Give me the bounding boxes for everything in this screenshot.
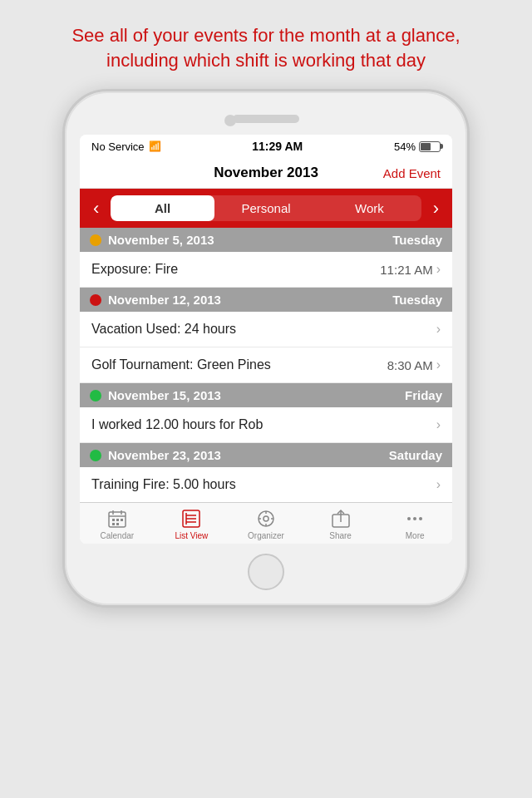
tab-share[interactable]: Share bbox=[303, 508, 378, 540]
event-golf[interactable]: Golf Tournament: Green Pines 8:30 AM › bbox=[80, 347, 452, 383]
tab-more[interactable]: More bbox=[377, 508, 452, 540]
weekday-nov12: Tuesday bbox=[392, 293, 442, 307]
tab-organizer-label: Organizer bbox=[248, 531, 284, 540]
date-label-nov23: November 23, 2013 bbox=[108, 448, 382, 462]
tab-bar: Calendar List View bbox=[80, 502, 452, 544]
svg-point-24 bbox=[419, 517, 422, 520]
tab-more-label: More bbox=[406, 531, 425, 540]
phone-speaker bbox=[233, 115, 299, 123]
list-view-icon bbox=[180, 508, 202, 530]
dot-nov12 bbox=[90, 294, 101, 306]
tab-list-view-label: List View bbox=[175, 531, 208, 540]
event-title-golf: Golf Tournament: Green Pines bbox=[91, 357, 387, 372]
svg-rect-7 bbox=[112, 523, 115, 525]
dot-nov15 bbox=[90, 390, 101, 401]
phone-frame: No Service 📶 11:29 AM 54% November 2013 … bbox=[62, 89, 470, 608]
event-title-training: Training Fire: 5.00 hours bbox=[91, 477, 433, 492]
svg-rect-5 bbox=[116, 519, 119, 521]
chevron-icon-golf: › bbox=[436, 357, 441, 372]
chevron-icon-vacation: › bbox=[436, 322, 441, 337]
add-event-button[interactable]: Add Event bbox=[383, 166, 441, 180]
month-nav-bar: ‹ All Personal Work › bbox=[80, 189, 452, 228]
svg-point-23 bbox=[413, 517, 416, 520]
date-header-nov15: November 15, 2013 Friday bbox=[80, 383, 452, 407]
svg-point-22 bbox=[407, 517, 411, 520]
tab-organizer[interactable]: Organizer bbox=[229, 508, 303, 540]
tab-calendar-label: Calendar bbox=[101, 531, 135, 540]
filter-tab-personal[interactable]: Personal bbox=[214, 195, 318, 221]
tab-share-label: Share bbox=[329, 531, 352, 540]
dot-nov23 bbox=[90, 450, 101, 461]
date-header-nov5: November 5, 2013 Tuesday bbox=[80, 228, 452, 252]
event-title-exposure: Exposure: Fire bbox=[91, 262, 380, 277]
date-header-nov12: November 12, 2013 Tuesday bbox=[80, 288, 452, 312]
home-button[interactable] bbox=[248, 554, 284, 590]
event-title-worked: I worked 12.00 hours for Rob bbox=[91, 417, 433, 432]
weekday-nov5: Tuesday bbox=[392, 233, 442, 247]
weekday-nov23: Saturday bbox=[389, 448, 442, 462]
filter-tab-work[interactable]: Work bbox=[318, 195, 421, 221]
status-bar: No Service 📶 11:29 AM 54% bbox=[80, 135, 452, 158]
share-icon bbox=[330, 508, 352, 530]
battery-percent: 54% bbox=[394, 140, 416, 153]
date-header-nov23: November 23, 2013 Saturday bbox=[80, 443, 452, 467]
event-worked-rob[interactable]: I worked 12.00 hours for Rob › bbox=[80, 407, 452, 443]
event-title-vacation: Vacation Used: 24 hours bbox=[91, 322, 433, 337]
prev-month-button[interactable]: ‹ bbox=[88, 198, 104, 219]
event-exposure-fire[interactable]: Exposure: Fire 11:21 AM › bbox=[80, 252, 452, 288]
app-header: November 2013 Add Event bbox=[80, 158, 452, 189]
wifi-icon: 📶 bbox=[149, 140, 161, 152]
promo-text: See all of your events for the month at … bbox=[0, 0, 532, 89]
chevron-icon-training: › bbox=[436, 477, 441, 492]
filter-tab-all[interactable]: All bbox=[111, 195, 214, 221]
date-label-nov15: November 15, 2013 bbox=[108, 388, 398, 402]
phone-screen: No Service 📶 11:29 AM 54% November 2013 … bbox=[80, 135, 452, 544]
weekday-nov15: Friday bbox=[405, 388, 442, 402]
date-label-nov12: November 12, 2013 bbox=[108, 293, 386, 307]
chevron-icon: › bbox=[436, 262, 441, 277]
battery-icon bbox=[419, 141, 441, 152]
chevron-icon-worked: › bbox=[436, 417, 441, 432]
filter-tabs: All Personal Work bbox=[111, 195, 421, 221]
next-month-button[interactable]: › bbox=[428, 198, 444, 219]
svg-rect-6 bbox=[121, 519, 123, 521]
status-time: 11:29 AM bbox=[252, 140, 303, 153]
tab-list-view[interactable]: List View bbox=[155, 508, 229, 540]
event-time-exposure: 11:21 AM bbox=[380, 263, 432, 277]
event-vacation[interactable]: Vacation Used: 24 hours › bbox=[80, 312, 452, 347]
dot-nov5 bbox=[90, 234, 101, 246]
phone-camera bbox=[224, 115, 236, 126]
event-time-golf: 8:30 AM bbox=[387, 358, 433, 372]
events-list: November 5, 2013 Tuesday Exposure: Fire … bbox=[80, 228, 452, 502]
svg-rect-8 bbox=[116, 523, 119, 525]
event-training-fire[interactable]: Training Fire: 5.00 hours › bbox=[80, 467, 452, 502]
calendar-icon bbox=[106, 508, 128, 530]
svg-point-15 bbox=[264, 516, 268, 521]
month-title: November 2013 bbox=[214, 165, 318, 181]
organizer-icon bbox=[255, 508, 277, 530]
date-label-nov5: November 5, 2013 bbox=[108, 233, 386, 247]
carrier-label: No Service bbox=[91, 140, 145, 153]
more-icon bbox=[404, 508, 426, 530]
tab-calendar[interactable]: Calendar bbox=[80, 508, 155, 540]
svg-rect-4 bbox=[112, 519, 115, 521]
